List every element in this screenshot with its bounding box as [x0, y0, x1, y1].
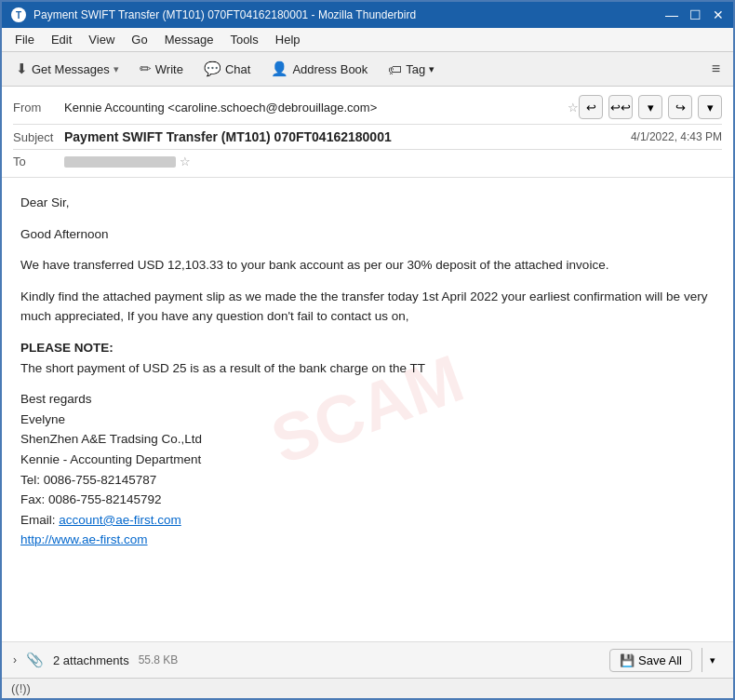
line-good-afternoon: Good Afternoon	[20, 224, 715, 245]
reply-back-button[interactable]: ↩	[579, 95, 603, 119]
tag-icon: 🏷	[388, 61, 402, 77]
attachment-clip-icon: 📎	[26, 652, 44, 668]
regards-text: Best regards	[20, 389, 715, 410]
close-button[interactable]: ✕	[713, 8, 724, 21]
tag-label: Tag	[406, 62, 425, 76]
dept-text: Kennie - Accounting Department	[20, 450, 715, 470]
website-link[interactable]: http://www.ae-first.com	[20, 530, 715, 550]
address-book-icon: 👤	[271, 61, 288, 77]
reply-chevron-button[interactable]: ▾	[638, 95, 662, 119]
please-note-bold: PLEASE NOTE:	[20, 338, 715, 358]
title-bar: T Payment SWIFT Transfer (MT101) 070FT04…	[2, 2, 733, 28]
to-row: To ☆	[13, 152, 722, 171]
more-actions-button[interactable]: ▾	[698, 95, 722, 119]
app-icon: T	[11, 7, 26, 22]
menu-edit[interactable]: Edit	[44, 30, 79, 49]
window-title: Payment SWIFT Transfer (MT101) 070FT0416…	[33, 8, 658, 21]
menu-tools[interactable]: Tools	[222, 30, 265, 49]
line-transfer: We have transferred USD 12,103.33 to you…	[20, 255, 715, 276]
minimize-button[interactable]: —	[665, 8, 678, 21]
email-content: Dear Sir, Good Afternoon We have transfe…	[20, 193, 715, 550]
to-value-redacted	[64, 156, 176, 168]
address-book-button[interactable]: 👤 Address Book	[262, 56, 376, 82]
forward-button[interactable]: ↪	[668, 95, 692, 119]
save-all-dropdown-button[interactable]: ▾	[702, 648, 722, 672]
chat-icon: 💬	[204, 61, 221, 77]
subject-value: Payment SWIFT Transfer (MT101) 070FT0416…	[64, 129, 631, 144]
get-messages-label: Get Messages	[32, 62, 110, 76]
hamburger-menu-button[interactable]: ≡	[704, 57, 728, 81]
chat-label: Chat	[225, 62, 250, 76]
menu-bar: File Edit View Go Message Tools Help	[2, 28, 733, 52]
to-label: To	[13, 155, 64, 168]
get-messages-chevron[interactable]: ▾	[114, 63, 119, 75]
from-row: From Kennie Accounting <caroline.schoech…	[13, 92, 722, 122]
tag-chevron-icon: ▾	[429, 63, 434, 75]
menu-go[interactable]: Go	[124, 30, 154, 49]
save-all-button[interactable]: 💾 Save All	[609, 649, 692, 672]
download-icon: ⬇	[16, 61, 28, 77]
email-body: SCAM Dear Sir, Good Afternoon We have tr…	[2, 178, 733, 641]
fax-text: Fax: 0086-755-82145792	[20, 490, 715, 510]
toolbar: ⬇ Get Messages ▾ ✏ Write 💬 Chat 👤 Addres…	[2, 52, 733, 87]
menu-file[interactable]: File	[7, 30, 42, 49]
line-please-note: PLEASE NOTE: The short payment of USD 25…	[20, 338, 715, 378]
write-label: Write	[155, 62, 183, 76]
attachments-bar: › 📎 2 attachments 55.8 KB 💾 Save All ▾	[2, 641, 733, 678]
star-icon[interactable]: ☆	[568, 101, 579, 114]
menu-view[interactable]: View	[81, 30, 122, 49]
email-line: Email: account@ae-first.com	[20, 510, 715, 531]
line-best-regards: Best regards Evelyne ShenZhen A&E Tradsi…	[20, 389, 715, 550]
email-date: 4/1/2022, 4:43 PM	[631, 130, 722, 143]
from-value: Kennie Accounting <caroline.schoech@debr…	[64, 101, 564, 114]
menu-message[interactable]: Message	[157, 30, 221, 49]
tag-button[interactable]: 🏷 Tag ▾	[380, 57, 443, 82]
get-messages-button[interactable]: ⬇ Get Messages ▾	[7, 56, 127, 82]
email-header: From Kennie Accounting <caroline.schoech…	[2, 87, 733, 178]
email-link[interactable]: account@ae-first.com	[59, 513, 181, 527]
window-controls: — ☐ ✕	[665, 8, 724, 21]
greeting: Dear Sir,	[20, 193, 715, 213]
write-icon: ✏	[140, 61, 152, 77]
tel-text: Tel: 0086-755-82145787	[20, 470, 715, 491]
name-text: Evelyne	[20, 410, 715, 430]
maximize-button[interactable]: ☐	[689, 8, 702, 21]
address-book-label: Address Book	[292, 62, 368, 76]
to-star-icon[interactable]: ☆	[180, 155, 191, 168]
subject-label: Subject	[13, 130, 64, 144]
please-note-text: The short payment of USD 25 is as a resu…	[20, 361, 425, 375]
from-label: From	[13, 101, 64, 114]
chat-button[interactable]: 💬 Chat	[195, 56, 259, 82]
save-icon: 💾	[620, 653, 635, 667]
save-all-label: Save All	[638, 653, 682, 667]
menu-help[interactable]: Help	[268, 30, 308, 49]
line-payment-slip: Kindly find the attached payment slip as…	[20, 287, 715, 327]
attachments-chevron[interactable]: ›	[13, 653, 17, 666]
status-bar: ((!))​	[2, 678, 733, 698]
attachment-count: 2 attachments	[53, 653, 129, 667]
company-text: ShenZhen A&E Tradsing Co.,Ltd	[20, 429, 715, 450]
wireless-icon: ((!))​	[11, 681, 31, 695]
write-button[interactable]: ✏ Write	[131, 56, 192, 82]
subject-row: Subject Payment SWIFT Transfer (MT101) 0…	[13, 127, 722, 147]
email-label: Email:	[20, 513, 59, 527]
attachment-size: 55.8 KB	[139, 653, 179, 666]
header-action-buttons: ↩ ↩↩ ▾ ↪ ▾	[579, 95, 722, 119]
reply-all-button[interactable]: ↩↩	[608, 95, 633, 119]
